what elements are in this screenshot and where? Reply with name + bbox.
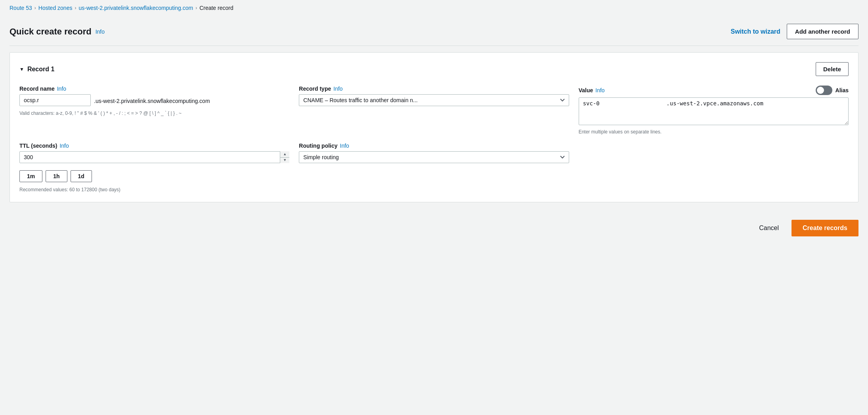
ttl-info-link[interactable]: Info [59,143,69,149]
record-card: ▼ Record 1 Delete Record name Info .us-w… [10,52,858,202]
page-header: Quick create record Info Switch to wizar… [10,16,858,46]
switch-to-wizard-button[interactable]: Switch to wizard [730,25,780,38]
footer: Cancel Create records [0,212,868,244]
header-info-link[interactable]: Info [96,29,105,35]
page-header-right: Switch to wizard Add another record [730,24,858,39]
record-type-label: Record type Info [299,86,569,92]
value-alias-row: Value Info Alias [579,86,849,95]
ttl-field: TTL (seconds) Info ▲ ▼ 1m 1h 1d Recommen… [19,143,289,192]
header-divider [10,46,858,46]
page-header-left: Quick create record Info [10,27,105,37]
record-collapse-chevron[interactable]: ▼ [19,67,24,72]
ttl-input-wrap: ▲ ▼ [19,151,289,163]
record-title-text: Record 1 [27,66,54,73]
breadcrumb-route53[interactable]: Route 53 [10,5,32,11]
ttl-input[interactable] [19,151,289,163]
record-name-group: .us-west-2.privatelink.snowflakecomputin… [19,94,289,106]
breadcrumb-sep-3: › [195,5,197,11]
ttl-1m-button[interactable]: 1m [19,170,42,182]
ttl-label: TTL (seconds) Info [19,143,289,149]
add-another-record-button[interactable]: Add another record [787,24,858,39]
ttl-decrement-button[interactable]: ▼ [280,158,289,164]
create-records-button[interactable]: Create records [792,220,858,236]
form-grid-row2: TTL (seconds) Info ▲ ▼ 1m 1h 1d Recommen… [19,143,849,192]
breadcrumb-sep-1: › [34,5,36,11]
breadcrumb-hosted-zones[interactable]: Hosted zones [38,5,73,11]
alias-toggle-knob [817,87,824,94]
record-name-label: Record name Info [19,86,289,92]
record-name-validation: Valid characters: a-z, 0-9, ! " # $ % & … [19,110,289,117]
alias-toggle-group: Alias [816,86,849,95]
breadcrumb-current: Create record [199,5,233,11]
ttl-recommended-text: Recommended values: 60 to 172800 (two da… [19,187,289,192]
alias-label: Alias [835,87,849,93]
ttl-1h-button[interactable]: 1h [46,170,67,182]
ttl-spinners: ▲ ▼ [280,151,289,163]
alias-toggle[interactable] [816,86,832,95]
record-type-field: Record type Info A – Routes traffic to a… [299,86,569,135]
record-name-info-link[interactable]: Info [57,86,66,92]
delete-record-button[interactable]: Delete [816,62,849,76]
record-name-input[interactable] [19,94,91,106]
ttl-increment-button[interactable]: ▲ [280,151,289,158]
record-title: ▼ Record 1 [19,66,54,73]
value-info-link[interactable]: Info [595,87,604,93]
breadcrumb-sep-2: › [75,5,76,11]
routing-policy-info-link[interactable]: Info [340,143,349,149]
record-name-field: Record name Info .us-west-2.privatelink.… [19,86,289,135]
record-type-info-link[interactable]: Info [333,86,342,92]
ttl-quick-buttons: 1m 1h 1d [19,170,289,182]
form-grid-row1: Record name Info .us-west-2.privatelink.… [19,86,849,135]
ttl-1d-button[interactable]: 1d [71,170,92,182]
record-card-header: ▼ Record 1 Delete [19,62,849,76]
routing-policy-select[interactable]: Simple routing Weighted Latency Failover… [299,151,569,163]
record-type-select[interactable]: A – Routes traffic to an IPv4 address AA… [299,94,569,106]
grid-spacer [579,143,849,192]
value-field: Value Info Alias svc-0 .us-west-2.vpce.a… [579,86,849,135]
cancel-button[interactable]: Cancel [753,221,785,236]
routing-policy-label: Routing policy Info [299,143,569,149]
value-hint: Enter multiple values on separate lines. [579,129,849,135]
record-name-domain-suffix: .us-west-2.privatelink.snowflakecomputin… [94,94,210,105]
breadcrumb-domain[interactable]: us-west-2.privatelink.snowflakecomputing… [78,5,193,11]
value-textarea[interactable]: svc-0 .us-west-2.vpce.amazonaws.com [579,97,849,125]
page-title: Quick create record [10,27,92,37]
routing-policy-field: Routing policy Info Simple routing Weigh… [299,143,569,192]
breadcrumb: Route 53 › Hosted zones › us-west-2.priv… [0,0,868,16]
value-label: Value Info [579,87,605,93]
